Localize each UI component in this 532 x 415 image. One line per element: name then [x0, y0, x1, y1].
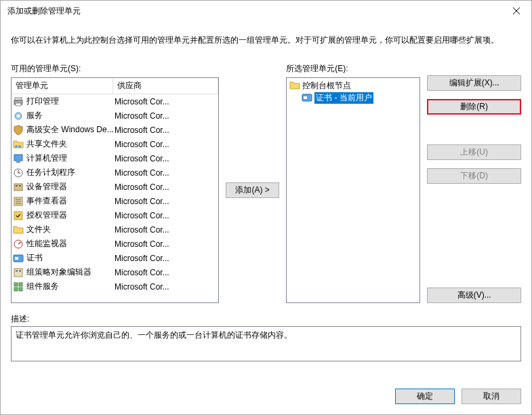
snapin-name: 共享文件夹	[26, 138, 67, 150]
folder-icon	[289, 80, 300, 91]
gpo-icon	[13, 267, 24, 278]
move-down-button[interactable]: 下移(D)	[427, 168, 521, 184]
description-label: 描述:	[11, 313, 521, 325]
table-row[interactable]: 任务计划程序Microsoft Cor...	[12, 165, 218, 180]
snapin-name: 服务	[26, 110, 43, 121]
close-icon	[513, 7, 520, 14]
computer-icon	[13, 153, 24, 164]
cell-vendor: Microsoft Cor...	[115, 254, 217, 263]
selected-label: 所选管理单元(E):	[286, 63, 420, 75]
edit-extensions-button[interactable]: 编辑扩展(X)...	[427, 75, 521, 91]
middle-panel: 添加(A) >	[226, 63, 279, 303]
grid-body: 打印管理Microsoft Cor...服务Microsoft Cor...高级…	[12, 94, 218, 294]
snapin-name: 组策略对象编辑器	[26, 266, 91, 278]
shield-icon	[13, 125, 24, 136]
cancel-button[interactable]: 取消	[462, 389, 521, 404]
available-grid[interactable]: 管理单元 供应商 打印管理Microsoft Cor...服务Microsoft…	[11, 77, 219, 303]
add-button[interactable]: 添加(A) >	[226, 182, 279, 198]
svg-rect-29	[14, 283, 18, 286]
svg-rect-4	[16, 103, 21, 106]
printer-icon	[13, 96, 24, 107]
clock-icon	[13, 167, 24, 178]
table-row[interactable]: 事件查看器Microsoft Cor...	[12, 194, 218, 208]
cell-vendor: Microsoft Cor...	[115, 154, 217, 163]
svg-rect-32	[19, 288, 22, 291]
titlebar: 添加或删除管理单元	[1, 1, 531, 21]
table-row[interactable]: 组件服务Microsoft Cor...	[12, 279, 218, 294]
table-row[interactable]: 服务Microsoft Cor...	[12, 108, 218, 123]
cell-name: 服务	[13, 110, 115, 121]
table-row[interactable]: 证书Microsoft Cor...	[12, 251, 218, 265]
cell-name: 设备管理器	[13, 181, 115, 193]
table-row[interactable]: 授权管理器Microsoft Cor...	[12, 208, 218, 222]
event-icon	[13, 196, 24, 207]
cell-name: 打印管理	[13, 96, 115, 107]
cell-vendor: Microsoft Cor...	[115, 97, 217, 106]
svg-rect-30	[19, 283, 22, 286]
device-icon	[13, 182, 24, 193]
perf-icon	[13, 239, 24, 250]
ok-button[interactable]: 确定	[395, 389, 455, 404]
description-section: 描述: 证书管理单元允许你浏览自己的、一个服务的或一台计算机的证书存储内容。	[11, 313, 521, 361]
advanced-button[interactable]: 高级(V)...	[427, 288, 521, 303]
table-row[interactable]: 计算机管理Microsoft Cor...	[12, 151, 218, 165]
snapin-name: 证书	[26, 252, 43, 264]
table-row[interactable]: 共享文件夹Microsoft Cor...	[12, 137, 218, 151]
cell-vendor: Microsoft Cor...	[115, 182, 217, 192]
snapin-name: 设备管理器	[26, 181, 67, 193]
tree-child-label: 证书 - 当前用户	[314, 92, 373, 104]
cell-name: 计算机管理	[13, 153, 115, 164]
svg-rect-10	[16, 161, 20, 163]
svg-point-8	[18, 145, 21, 148]
cell-vendor: Microsoft Cor...	[115, 239, 217, 249]
table-row[interactable]: 高级安全 Windows De...Microsoft Cor...	[12, 123, 218, 137]
cert-icon	[13, 253, 24, 264]
cell-name: 高级安全 Windows De...	[13, 124, 115, 136]
svg-rect-31	[14, 288, 18, 291]
remove-button[interactable]: 删除(R)	[427, 99, 521, 115]
tree-child[interactable]: 证书 - 当前用户	[288, 92, 418, 104]
svg-point-7	[15, 145, 18, 148]
titlebar-buttons	[501, 1, 531, 21]
gear-icon	[13, 111, 24, 121]
cell-name: 组策略对象编辑器	[13, 266, 115, 278]
shared-folder-icon	[13, 139, 24, 150]
snapin-name: 计算机管理	[26, 153, 67, 164]
content: 你可以在计算机上为此控制台选择可用的管理单元并配置所选的一组管理单元。对于可扩展…	[1, 21, 531, 380]
col-header-name[interactable]: 管理单元	[12, 78, 113, 94]
cert-icon	[302, 92, 312, 103]
table-row[interactable]: 组策略对象编辑器Microsoft Cor...	[12, 265, 218, 279]
cell-vendor: Microsoft Cor...	[115, 211, 217, 220]
table-row[interactable]: 打印管理Microsoft Cor...	[12, 94, 218, 108]
cell-vendor: Microsoft Cor...	[115, 282, 217, 292]
table-row[interactable]: 设备管理器Microsoft Cor...	[12, 180, 218, 194]
tree-root-label: 控制台根节点	[302, 80, 351, 92]
available-label: 可用的管理单元(S):	[11, 63, 219, 75]
auth-icon	[13, 210, 24, 221]
svg-rect-25	[15, 257, 18, 260]
cell-name: 事件查看器	[13, 195, 115, 207]
cell-name: 文件夹	[13, 224, 115, 235]
svg-rect-2	[15, 98, 22, 100]
move-up-button[interactable]: 上移(U)	[427, 144, 521, 160]
footer: 确定 取消	[1, 380, 531, 414]
selected-tree[interactable]: 控制台根节点 证书 - 当前用户	[286, 77, 420, 303]
cell-vendor: Microsoft Cor...	[115, 268, 217, 277]
table-row[interactable]: 性能监视器Microsoft Cor...	[12, 237, 218, 251]
close-button[interactable]	[501, 1, 531, 21]
snapin-name: 高级安全 Windows De...	[26, 124, 114, 136]
component-icon	[13, 281, 24, 292]
table-row[interactable]: 文件夹Microsoft Cor...	[12, 222, 218, 237]
cell-name: 证书	[13, 252, 115, 264]
dialog: 添加或删除管理单元 你可以在计算机上为此控制台选择可用的管理单元并配置所选的一组…	[0, 0, 532, 415]
cell-vendor: Microsoft Cor...	[115, 168, 217, 178]
col-header-vendor[interactable]: 供应商	[113, 78, 218, 94]
panels: 可用的管理单元(S): 管理单元 供应商 打印管理Microsoft Cor..…	[11, 63, 521, 303]
selected-panel: 所选管理单元(E): 控制台根节点 证书 - 当前用户	[286, 63, 420, 303]
svg-rect-34	[304, 96, 307, 99]
snapin-name: 组件服务	[26, 281, 59, 292]
description-box: 证书管理单元允许你浏览自己的、一个服务的或一台计算机的证书存储内容。	[11, 326, 521, 361]
cell-vendor: Microsoft Cor...	[115, 125, 217, 135]
svg-rect-27	[16, 270, 18, 272]
tree-root[interactable]: 控制台根节点	[288, 79, 418, 92]
